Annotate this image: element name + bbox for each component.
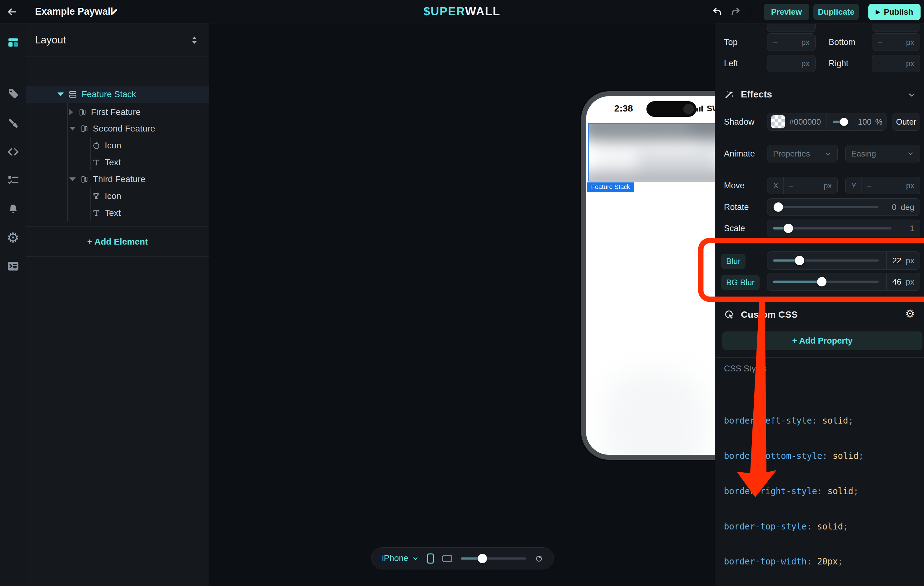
tree-item-third-text[interactable]: Text: [26, 204, 209, 221]
bg-blur-control[interactable]: 46 px: [767, 273, 920, 291]
rotate-knob[interactable]: [774, 202, 783, 212]
bg-blur-knob[interactable]: [817, 277, 827, 286]
paywall-title: Example Paywall: [35, 6, 113, 17]
rotate-control[interactable]: 0 deg: [767, 198, 920, 216]
top-input[interactable]: –px: [767, 33, 815, 51]
shadow-control[interactable]: #000000 100 %: [767, 113, 886, 130]
sidebar-item-theme[interactable]: [7, 117, 20, 130]
move-x-input[interactable]: X – px: [767, 177, 838, 194]
checklist-icon: [7, 174, 20, 186]
bottom-input[interactable]: –px: [872, 33, 920, 51]
scale-label: Scale: [724, 220, 745, 237]
clipped-input[interactable]: [767, 24, 815, 32]
device-name: iPhone: [382, 553, 408, 563]
sidebar-item-layout[interactable]: [7, 36, 20, 49]
shadow-opacity-knob[interactable]: [840, 118, 848, 126]
edit-title-button[interactable]: [110, 7, 119, 16]
undo-button[interactable]: [712, 7, 723, 17]
move-label: Move: [724, 177, 744, 194]
landscape-icon[interactable]: [442, 554, 452, 563]
tree-label: Text: [105, 208, 120, 218]
sidebar-item-settings[interactable]: ⚙: [7, 231, 19, 245]
animate-easing-select[interactable]: Easing: [845, 145, 920, 163]
clipped-input[interactable]: [872, 24, 920, 32]
redo-button[interactable]: [730, 7, 741, 17]
sidebar-item-code[interactable]: [7, 145, 20, 158]
sort-button[interactable]: [192, 36, 197, 44]
effects-section-header[interactable]: Effects: [724, 87, 772, 102]
blur-label: Blur: [721, 253, 746, 269]
tree-item-second-icon[interactable]: Icon: [26, 137, 209, 154]
sidebar-item-notifications[interactable]: [7, 203, 20, 215]
tree-label: Third Feature: [93, 174, 145, 184]
portrait-icon[interactable]: [427, 552, 434, 565]
scale-knob[interactable]: [784, 224, 793, 233]
add-element-label: + Add Element: [87, 237, 148, 247]
shadow-color-swatch[interactable]: [771, 115, 785, 128]
left-input[interactable]: –px: [767, 55, 815, 72]
blur-knob[interactable]: [795, 256, 804, 265]
effects-title: Effects: [741, 89, 772, 100]
top-bar: Example Paywall $UPERWALL Preview Duplic…: [0, 0, 924, 23]
css-rule: border-top-width: 20px;: [724, 556, 905, 568]
add-property-button[interactable]: + Add Property: [723, 331, 922, 350]
zoom-slider-knob[interactable]: [478, 554, 487, 563]
tree-label: Text: [105, 158, 120, 168]
magic-wand-icon: [724, 89, 734, 100]
effects-collapse-chevron[interactable]: [907, 90, 916, 100]
placeholder: –: [867, 181, 871, 191]
left-label: Left: [724, 55, 738, 72]
custom-css-header[interactable]: Custom CSS: [724, 307, 798, 323]
caret-down-icon[interactable]: [69, 127, 76, 130]
duplicate-button[interactable]: Duplicate: [813, 4, 859, 20]
tree-label: Second Feature: [93, 124, 155, 134]
tree-item-second-feature[interactable]: Second Feature: [26, 120, 209, 137]
sidebar-item-products[interactable]: [7, 88, 20, 100]
add-element-button[interactable]: + Add Element: [26, 227, 209, 257]
rotate-slider[interactable]: [773, 202, 878, 212]
undo-icon: [712, 7, 723, 17]
faint-blur-artifact: [605, 371, 705, 460]
sidebar-item-console[interactable]: [7, 260, 20, 273]
signal-icon: [694, 105, 704, 112]
device-select[interactable]: iPhone: [382, 553, 419, 563]
move-y-input[interactable]: Y – px: [845, 177, 920, 194]
bottom-label: Bottom: [829, 33, 856, 51]
trophy-icon: [92, 192, 101, 201]
sidebar-item-variables[interactable]: [7, 174, 20, 186]
canvas[interactable]: 2:38 SW Feature Stack: [209, 23, 715, 586]
bg-blur-slider[interactable]: [773, 277, 879, 286]
bg-blur-label: BG Blur: [721, 275, 760, 290]
logo-white: WALL: [465, 5, 500, 18]
tree-item-third-feature[interactable]: Third Feature: [26, 171, 209, 188]
caret-right-icon[interactable]: [69, 109, 73, 115]
css-rule: border-left-style: solid;: [724, 415, 905, 427]
animate-properties-select[interactable]: Properties: [767, 145, 838, 163]
tree-item-first-feature[interactable]: First Feature: [26, 104, 209, 120]
tree-item-feature-stack[interactable]: Feature Stack: [26, 86, 209, 103]
blur-slider[interactable]: [773, 256, 879, 265]
logo-cyan: $UPER: [424, 5, 465, 18]
caret-down-icon[interactable]: [58, 92, 64, 96]
placeholder: –: [773, 59, 777, 68]
scale-control[interactable]: 1: [767, 220, 920, 237]
divider: [715, 79, 924, 79]
shadow-mode-button[interactable]: Outer: [892, 113, 920, 130]
tree-item-third-icon[interactable]: Icon: [26, 188, 209, 204]
back-button[interactable]: [6, 6, 18, 18]
blur-control[interactable]: 22 px: [767, 252, 920, 270]
scale-slider[interactable]: [773, 224, 891, 233]
gear-icon: ⚙: [905, 308, 915, 319]
right-input[interactable]: –px: [872, 55, 920, 72]
custom-css-settings-button[interactable]: ⚙: [905, 308, 915, 319]
caret-down-icon[interactable]: [69, 178, 76, 181]
publish-button[interactable]: ▶ Publish: [868, 4, 921, 20]
refresh-icon[interactable]: [535, 553, 543, 564]
shadow-opacity-slider[interactable]: [833, 117, 846, 127]
play-icon: ▶: [876, 8, 880, 15]
zoom-slider[interactable]: [461, 554, 526, 563]
tree-item-second-text[interactable]: Text: [26, 154, 209, 171]
divider: [715, 357, 924, 358]
preview-button[interactable]: Preview: [764, 4, 809, 20]
duplicate-label: Duplicate: [818, 7, 854, 17]
